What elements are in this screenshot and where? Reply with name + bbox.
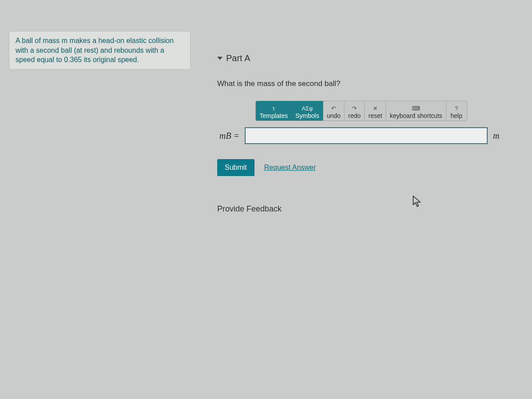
submit-button[interactable]: Submit xyxy=(217,159,254,176)
part-header[interactable]: Part A xyxy=(217,53,505,63)
redo-icon: ↷ xyxy=(352,106,357,113)
toolbar-keyboard-button[interactable]: ⌨ keyboard shortcuts xyxy=(386,101,446,121)
request-answer-link[interactable]: Request Answer xyxy=(264,164,316,172)
help-icon: ? xyxy=(455,106,458,113)
toolbar-label: help xyxy=(450,113,462,119)
toolbar-help-button[interactable]: ? help xyxy=(446,101,467,121)
keyboard-icon: ⌨ xyxy=(412,106,420,113)
undo-icon: ↶ xyxy=(331,106,336,113)
toolbar-label: Symbols xyxy=(295,113,319,119)
question-text: What is the mass of the second ball? xyxy=(217,79,505,88)
toolbar-label: undo xyxy=(327,113,340,119)
toolbar-redo-button[interactable]: ↷ redo xyxy=(344,101,365,121)
provide-feedback-link[interactable]: Provide Feedback xyxy=(217,204,505,214)
variable-label: mB = xyxy=(217,131,239,141)
toolbar-templates-button[interactable]: τ Templates xyxy=(256,101,292,121)
equation-toolbar: τ Templates ΑΣφ Symbols ↶ undo ↷ redo xyxy=(255,101,467,121)
part-label: Part A xyxy=(226,53,250,63)
toolbar-label: reset xyxy=(368,113,382,119)
toolbar-label: Templates xyxy=(259,113,288,119)
unit-label: m xyxy=(493,131,505,141)
answer-input[interactable] xyxy=(245,127,488,144)
toolbar-symbols-button[interactable]: ΑΣφ Symbols xyxy=(292,101,323,121)
templates-icon: τ xyxy=(273,106,275,113)
toolbar-reset-button[interactable]: ✕ reset xyxy=(365,101,386,121)
symbols-icon: ΑΣφ xyxy=(302,106,313,113)
toolbar-undo-button[interactable]: ↶ undo xyxy=(323,101,344,121)
toolbar-label: keyboard shortcuts xyxy=(390,113,442,119)
toolbar-label: redo xyxy=(348,113,361,119)
reset-icon: ✕ xyxy=(373,106,378,113)
problem-statement: A ball of mass m makes a head-on elastic… xyxy=(9,31,191,70)
chevron-down-icon xyxy=(217,57,223,60)
answer-area: τ Templates ΑΣφ Symbols ↶ undo ↷ redo xyxy=(217,101,505,144)
